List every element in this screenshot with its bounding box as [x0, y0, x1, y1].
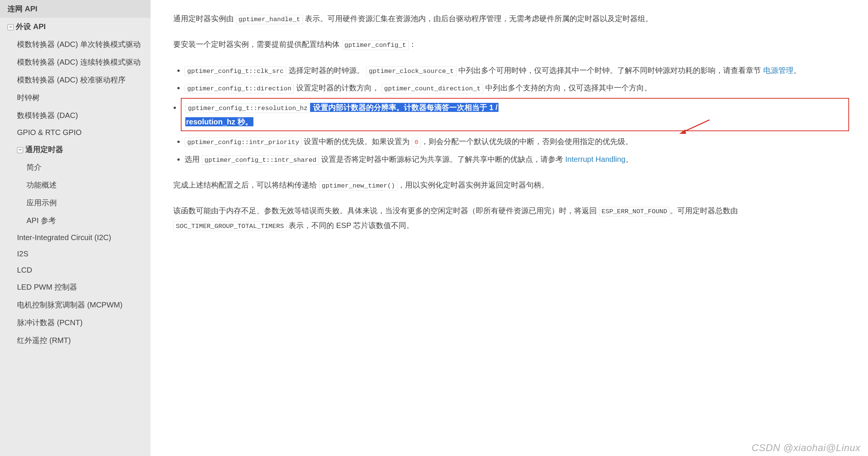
- nav-item-peripheral-api[interactable]: −外设 API: [0, 18, 151, 36]
- code-new-timer: gptimer_new_timer(): [319, 181, 398, 191]
- code-clock-source: gptimer_clock_source_t: [366, 67, 456, 76]
- paragraph-instance-desc: 通用定时器实例由 gptimer_handle_t 表示。可用硬件资源汇集在资源…: [173, 11, 845, 26]
- minus-icon[interactable]: −: [8, 24, 14, 30]
- nav-label: 红外遥控 (RMT): [17, 336, 71, 344]
- nav-label: Inter-Integrated Circuit (I2C): [17, 233, 111, 242]
- code-gptimer-config: gptimer_config_t: [342, 40, 409, 50]
- nav-item-intro[interactable]: 简介: [0, 158, 151, 176]
- code-total-timers: SOC_TIMER_GROUP_TOTAL_TIMERS: [173, 222, 287, 231]
- nav-item-adc-oneshot[interactable]: 模数转换器 (ADC) 单次转换模式驱动: [0, 36, 151, 53]
- text: ，用以实例化定时器实例并返回定时器句柄。: [398, 181, 549, 189]
- nav-label: 连网 API: [8, 5, 37, 13]
- nav-item-rmt[interactable]: 红外遥控 (RMT): [0, 332, 151, 349]
- link-power-management[interactable]: 电源管理: [763, 66, 793, 74]
- text: 。: [793, 66, 801, 74]
- highlighted-text-1: 设置内部计数器的分辨率。计数器每滴答一次相当于 1 /: [310, 103, 498, 112]
- list-item-clk-src: gptimer_config_t::clk_src 选择定时器的时钟源。 gpt…: [185, 63, 845, 78]
- text: 选择定时器的时钟源。: [286, 66, 366, 74]
- text: 选用: [185, 155, 202, 163]
- nav-item-clock-tree[interactable]: 时钟树: [0, 89, 151, 107]
- nav-label: 功能概述: [26, 181, 57, 189]
- paragraph-install: 要安装一个定时器实例，需要提前提供配置结构体 gptimer_config_t：: [173, 37, 845, 51]
- nav-label: 通用定时器: [25, 145, 63, 154]
- link-interrupt-handling[interactable]: Interrupt Handling: [565, 155, 626, 163]
- text: 表示，不同的 ESP 芯片该数值不同。: [287, 221, 414, 230]
- text: 设置定时器的计数方向，: [294, 84, 381, 92]
- nav-item-adc-continuous[interactable]: 模数转换器 (ADC) 连续转换模式驱动: [0, 53, 151, 71]
- nav-item-network-api[interactable]: 连网 API: [0, 0, 151, 18]
- list-item-intr-shared: 选用 gptimer_config_t::intr_shared 设置是否将定时…: [185, 152, 845, 166]
- nav-label: 简介: [26, 163, 42, 171]
- code-count-direction: gptimer_count_direction_t: [382, 84, 483, 93]
- annotation-arrow-icon: [679, 118, 713, 141]
- nav-label: API 参考: [26, 216, 56, 225]
- nav-item-api-ref[interactable]: API 参考: [0, 212, 151, 230]
- text: 设置是否将定时器中断源标记为共享源。了解共享中断的优缺点，请参考: [319, 155, 565, 163]
- nav-item-mcpwm[interactable]: 电机控制脉宽调制器 (MCPWM): [0, 296, 151, 314]
- config-list: gptimer_config_t::clk_src 选择定时器的时钟源。 gpt…: [185, 63, 845, 166]
- code-err-not-found: ESP_ERR_NOT_FOUND: [599, 207, 670, 216]
- code-resolution-hz: gptimer_config_t::resolution_hz: [185, 104, 310, 113]
- svg-line-0: [682, 120, 710, 132]
- nav-item-gpio[interactable]: GPIO & RTC GPIO: [0, 124, 151, 141]
- text: 表示。可用硬件资源汇集在资源池内，由后台驱动程序管理，无需考虑硬件所属的定时器以…: [303, 14, 653, 23]
- nav-item-overview[interactable]: 功能概述: [0, 176, 151, 194]
- nav-list: 连网 API −外设 API 模数转换器 (ADC) 单次转换模式驱动 模数转换…: [0, 0, 151, 349]
- nav-label: 外设 API: [16, 22, 46, 31]
- nav-item-lcd[interactable]: LCD: [0, 262, 151, 278]
- code-intr-priority: gptimer_config::intr_priority: [185, 138, 302, 147]
- text: 完成上述结构配置之后，可以将结构传递给: [173, 181, 319, 189]
- main-content: 通用定时器实例由 gptimer_handle_t 表示。可用硬件资源汇集在资源…: [151, 0, 868, 456]
- paragraph-errors: 该函数可能由于内存不足、参数无效等错误而失败。具体来说，当没有更多的空闲定时器（…: [173, 203, 845, 233]
- list-item-direction: gptimer_config_t::direction 设置定时器的计数方向， …: [185, 81, 845, 95]
- svg-marker-1: [679, 129, 686, 134]
- nav-label: GPIO & RTC GPIO: [17, 128, 82, 136]
- nav-label: 模数转换器 (ADC) 连续转换模式驱动: [17, 58, 141, 66]
- code-clk-src: gptimer_config_t::clk_src: [185, 67, 286, 76]
- nav-item-dac[interactable]: 数模转换器 (DAC): [0, 107, 151, 124]
- sidebar-nav: 连网 API −外设 API 模数转换器 (ADC) 单次转换模式驱动 模数转换…: [0, 0, 151, 456]
- paragraph-new-timer: 完成上述结构配置之后，可以将结构传递给 gptimer_new_timer()，…: [173, 178, 845, 192]
- nav-item-pcnt[interactable]: 脉冲计数器 (PCNT): [0, 314, 151, 332]
- code-direction: gptimer_config_t::direction: [185, 84, 294, 93]
- nav-item-i2s[interactable]: I2S: [0, 246, 151, 262]
- nav-label: 脉冲计数器 (PCNT): [17, 318, 82, 327]
- nav-label: LED PWM 控制器: [17, 283, 77, 291]
- text: 该函数可能由于内存不足、参数无效等错误而失败。具体来说，当没有更多的空闲定时器（…: [173, 206, 599, 215]
- nav-label: 时钟树: [17, 93, 40, 102]
- code-gptimer-handle: gptimer_handle_t: [236, 15, 303, 24]
- text: 通用定时器实例由: [173, 14, 236, 23]
- list-item-resolution-highlighted: gptimer_config_t::resolution_hz 设置内部计数器的…: [181, 98, 849, 131]
- nav-label: 应用示例: [26, 199, 57, 207]
- nav-label: 数模转换器 (DAC): [17, 111, 78, 119]
- nav-item-i2c[interactable]: Inter-Integrated Circuit (I2C): [0, 230, 151, 246]
- text: 要安装一个定时器实例，需要提前提供配置结构体: [173, 40, 342, 48]
- highlighted-text-2: resolution_hz 秒。: [185, 117, 253, 126]
- code-intr-shared: gptimer_config_t::intr_shared: [202, 155, 319, 165]
- text: 。: [626, 155, 633, 163]
- text: ，则会分配一个默认优先级的中断，否则会使用指定的优先级。: [421, 137, 633, 146]
- watermark: CSDN @xiaohai@Linux: [752, 442, 860, 454]
- list-item-intr-priority: gptimer_config::intr_priority 设置中断的优先级。如…: [185, 134, 845, 149]
- nav-item-examples[interactable]: 应用示例: [0, 194, 151, 212]
- text: ：: [409, 40, 416, 48]
- text: 中列出多个支持的方向，仅可选择其中一个方向。: [483, 84, 652, 92]
- nav-label: LCD: [17, 266, 32, 274]
- nav-label: 电机控制脉宽调制器 (MCPWM): [17, 301, 123, 309]
- text: 。可用定时器总数由: [670, 206, 738, 215]
- nav-label: 模数转换器 (ADC) 校准驱动程序: [17, 76, 126, 84]
- nav-item-ledc[interactable]: LED PWM 控制器: [0, 278, 151, 296]
- nav-item-adc-calibration[interactable]: 模数转换器 (ADC) 校准驱动程序: [0, 71, 151, 89]
- nav-label: I2S: [17, 250, 28, 258]
- minus-icon[interactable]: −: [17, 147, 23, 153]
- code-zero: 0: [412, 138, 421, 147]
- text: 中列出多个可用时钟，仅可选择其中一个时钟。了解不同时钟源对功耗的影响，请查看章节: [457, 66, 763, 74]
- nav-label: 模数转换器 (ADC) 单次转换模式驱动: [17, 40, 141, 48]
- nav-item-gptimer[interactable]: −通用定时器: [0, 141, 151, 158]
- text: 设置中断的优先级。如果设置为: [302, 137, 412, 146]
